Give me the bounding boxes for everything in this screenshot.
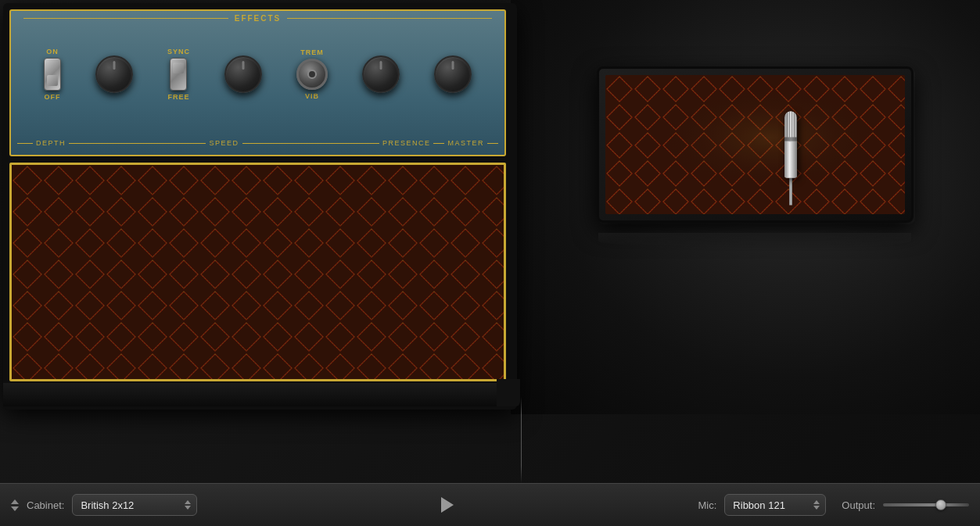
cabinet-select[interactable]: British 2x12 American 1x12 British 4x12 … [72,494,197,516]
master-knob[interactable] [434,55,472,93]
depth-line-left [17,143,33,144]
depth-knob-control [95,55,133,93]
trem-vib-control: TREM VIB [296,48,328,100]
cabinet-grille [605,75,905,214]
depth-knob[interactable] [95,55,133,93]
depth-bottom-label: DEPTH [33,139,69,147]
mic-select-wrapper[interactable]: Ribbon 121 Condenser 87 Dynamic 57 Room … [724,494,826,516]
amp-bottom-trim [3,383,517,406]
title-line-right [287,18,492,19]
presence-bottom-label: PRESENCE [379,139,434,147]
bottom-labels-row: DEPTH SPEED PRESENCE MASTER [17,139,498,147]
cabinet-label: Cabinet: [27,499,64,511]
playhead-line [521,397,522,483]
master-bottom-label: MASTER [444,139,487,147]
output-slider[interactable] [883,503,969,506]
controls-row: ON OFF SYNC FREE TRE [11,11,504,120]
free-label: FREE [167,93,189,101]
effects-panel: EFFECTS ON OFF SYNC FREE [9,9,506,156]
master-knob-control [434,55,472,93]
amp-grille-cloth [9,163,506,381]
cabinet-outer [597,66,914,223]
knob-indicator [113,61,115,70]
effects-title-bar: EFFECTS [11,11,504,25]
trem-vib-selector[interactable] [296,59,328,90]
mic-body [784,112,797,178]
speed-bottom-label: SPEED [206,139,242,147]
mic-band [784,138,797,141]
knob-indicator3 [379,61,382,70]
mic-head-grille [785,112,796,139]
stepper-down-icon[interactable] [11,506,19,511]
toggle-knob [47,75,58,86]
cabinet-select-wrapper[interactable]: British 2x12 American 1x12 British 4x12 … [72,494,197,516]
depth-speed-line [69,143,206,144]
cabinet-reflection [598,233,911,249]
sync-free-control: SYNC FREE [167,48,190,101]
cabinet-stepper[interactable] [11,499,19,511]
presence-knob-control [362,55,400,93]
microphone [784,112,797,178]
mic-stand-bottom [789,178,792,206]
speed-knob-control [224,55,262,93]
vib-label: VIB [305,92,319,100]
sync-free-toggle[interactable] [170,58,187,91]
cabinet-grille-svg [605,75,905,214]
mic-grille-lines [785,112,796,139]
knob-indicator2 [242,61,244,70]
title-line-left [23,18,228,19]
bottom-toolbar: Cabinet: British 2x12 American 1x12 Brit… [0,483,980,526]
mic-label: Mic: [698,499,717,511]
stepper-up-icon[interactable] [11,499,19,504]
knob-indicator4 [451,61,454,70]
master-end-line [487,143,498,144]
play-button[interactable] [441,497,454,513]
sync-label: SYNC [167,48,190,55]
off-label: OFF [44,93,60,101]
mic-lower [785,142,796,178]
effects-title-text: EFFECTS [235,14,282,23]
corner-bracket [497,379,520,406]
output-slider-wrapper[interactable] [883,503,969,506]
svg-rect-2 [12,165,504,379]
grille-pattern-svg [12,165,504,379]
mic-select[interactable]: Ribbon 121 Condenser 87 Dynamic 57 Room … [724,494,826,516]
selector-center [307,70,317,79]
output-label: Output: [842,499,875,511]
svg-rect-6 [605,75,905,214]
on-label: ON [46,48,59,55]
trem-label: TREM [300,48,324,56]
speed-knob[interactable] [224,55,262,93]
presence-knob[interactable] [362,55,400,93]
speed-presence-line [242,143,379,144]
on-off-toggle[interactable] [44,58,61,91]
on-off-control: ON OFF [44,48,61,101]
presence-master-line [433,143,444,144]
toggle-knob2 [173,63,184,73]
